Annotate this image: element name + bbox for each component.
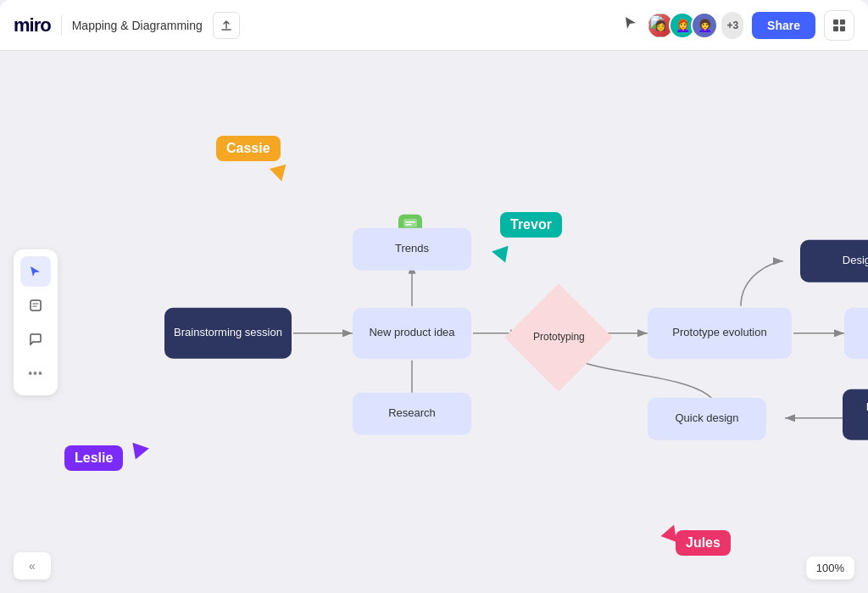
- svg-rect-2: [833, 26, 838, 31]
- template-button[interactable]: [824, 10, 854, 41]
- sticky-tool[interactable]: [20, 290, 51, 321]
- cursor-icon: [623, 15, 638, 35]
- sidebar: •••: [14, 249, 58, 395]
- prototype-evolution-node[interactable]: Prototype evolution: [648, 307, 792, 358]
- trevor-cursor-arrow: [490, 243, 508, 263]
- svg-rect-1: [840, 20, 845, 25]
- svg-rect-4: [31, 300, 41, 310]
- trends-node[interactable]: Trends: [353, 227, 471, 270]
- upload-button[interactable]: [213, 12, 240, 39]
- quick-design-node[interactable]: Quick design: [648, 397, 766, 439]
- avatar-3: 👩‍🦱: [691, 12, 718, 39]
- prototyping-node[interactable]: Prototyping: [504, 283, 612, 391]
- svg-rect-0: [833, 20, 838, 25]
- requirement-refinement-node[interactable]: Requirement refinement: [843, 389, 868, 439]
- new-product-node[interactable]: New product idea: [353, 307, 471, 358]
- svg-rect-15: [403, 218, 417, 227]
- flow-diagram: Trends Brainstorming session New product…: [156, 197, 851, 468]
- avatar-count: +3: [721, 12, 743, 39]
- comment-tool[interactable]: [20, 324, 51, 355]
- cursor-tool[interactable]: [20, 256, 51, 287]
- panel-toggle[interactable]: «: [14, 552, 51, 579]
- review-node[interactable]: Review: [844, 307, 868, 358]
- research-node[interactable]: Research: [353, 392, 471, 434]
- miro-logo: miro: [14, 14, 51, 36]
- svg-rect-3: [840, 26, 845, 31]
- share-button[interactable]: Share: [752, 12, 815, 39]
- trevor-cursor-label: Trevor: [500, 212, 562, 238]
- board-title: Mapping & Diagramming: [72, 19, 203, 32]
- cassie-cursor-arrow: [270, 165, 290, 184]
- design-node[interactable]: Design: [800, 239, 868, 282]
- canvas[interactable]: ••• Cassie Trevor Leslie Jules: [0, 51, 868, 593]
- header-divider: [61, 15, 62, 36]
- avatars: 👩 👩‍🦰 👩‍🦱 +3: [647, 12, 743, 39]
- leslie-cursor-arrow: [132, 440, 150, 460]
- cassie-cursor-label: Cassie: [216, 136, 281, 161]
- header: miro Mapping & Diagramming 👩 👩‍🦰 👩‍🦱 +: [0, 0, 868, 51]
- jules-cursor-label: Jules: [676, 530, 731, 556]
- header-right: 👩 👩‍🦰 👩‍🦱 +3 Share: [623, 10, 854, 41]
- zoom-level: 100%: [806, 557, 854, 579]
- more-tools[interactable]: •••: [20, 358, 51, 389]
- brainstorming-node[interactable]: Brainstorming session: [164, 307, 292, 358]
- leslie-cursor-label: Leslie: [64, 445, 123, 471]
